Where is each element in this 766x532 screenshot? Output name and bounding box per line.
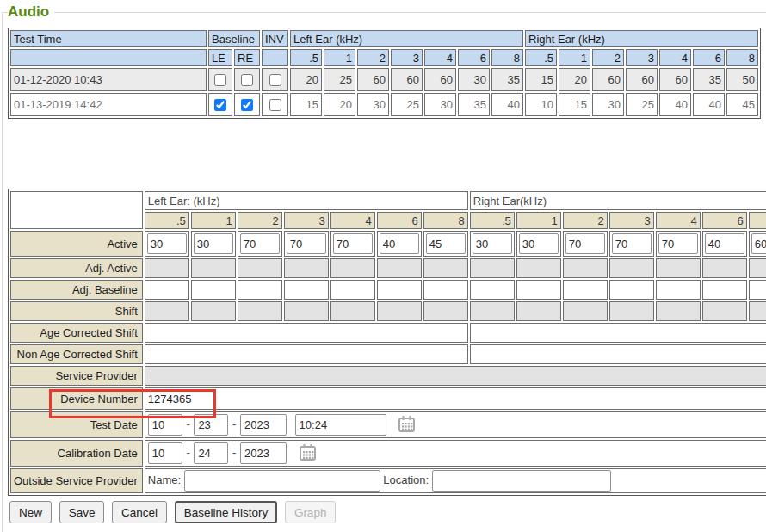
row-label-test-date: Test Date: [10, 411, 143, 438]
freq-header: 3: [626, 49, 658, 66]
col-header-le: LE: [208, 49, 232, 66]
inv-cell: [262, 93, 288, 116]
test-time-cell[interactable]: 01-13-2019 14:42: [10, 93, 207, 116]
threshold-cell: 60: [391, 68, 423, 91]
cancel-button[interactable]: Cancel: [112, 501, 167, 523]
row-label-outside-service-provider: Outside Service Provider: [10, 468, 143, 493]
active-threshold-input[interactable]: [380, 233, 419, 254]
freq-header: 8: [423, 212, 468, 229]
inv-checkbox[interactable]: [269, 99, 281, 111]
active-threshold-input[interactable]: [658, 233, 698, 254]
threshold-cell: 15: [559, 93, 590, 116]
inv-checkbox[interactable]: [269, 74, 281, 86]
freq-header: 4: [659, 49, 691, 66]
osp-location-input[interactable]: [432, 470, 611, 492]
threshold-cell: 25: [324, 68, 355, 91]
row-label-non-age-corrected-shift: Non Age Corrected Shift: [10, 344, 143, 364]
test-date-year-input[interactable]: [240, 414, 287, 436]
active-threshold-input[interactable]: [705, 233, 744, 254]
service-provider-cell: [145, 366, 766, 386]
history-row: 01-13-2019 14:42 15 20 30 25 30 35 40 10…: [10, 93, 758, 116]
freq-header: 3: [609, 212, 654, 229]
adj-active-cell: [145, 258, 189, 278]
left-ear-header: Left Ear: (kHz): [145, 191, 468, 210]
col-header-baseline: Baseline: [208, 30, 260, 47]
section-title: Audio: [8, 3, 54, 21]
row-label-active: Active: [10, 231, 143, 257]
active-threshold-input[interactable]: [147, 233, 187, 254]
calendar-icon[interactable]: [299, 443, 317, 464]
save-button[interactable]: Save: [59, 501, 105, 523]
threshold-cell: 25: [391, 93, 423, 116]
row-label-service-provider: Service Provider: [10, 366, 143, 386]
freq-header: 8: [749, 212, 766, 229]
freq-header: 2: [592, 49, 624, 66]
age-corrected-left-cell: [145, 323, 468, 343]
graph-button: Graph: [285, 501, 337, 523]
device-number-value[interactable]: 1274365: [145, 387, 766, 410]
threshold-cell: 15: [290, 93, 322, 116]
date-separator: -: [186, 446, 189, 459]
active-threshold-input[interactable]: [751, 233, 766, 254]
freq-header: 3: [391, 49, 423, 66]
baseline-le-checkbox[interactable]: [214, 74, 226, 86]
freq-header: 8: [491, 49, 523, 66]
freq-header: 8: [726, 49, 758, 66]
col-header-left-ear: Left Ear (kHz): [290, 30, 523, 47]
new-button[interactable]: New: [9, 501, 52, 523]
active-threshold-input[interactable]: [287, 233, 326, 254]
active-threshold-input[interactable]: [426, 233, 466, 254]
threshold-cell: 60: [659, 68, 691, 91]
audiogram-history-table: Test Time Baseline INV Left Ear (kHz) Ri…: [8, 28, 761, 119]
freq-header: .5: [145, 212, 189, 229]
test-date-day-input[interactable]: [194, 414, 228, 436]
threshold-cell: 10: [525, 93, 557, 116]
test-time-cell[interactable]: 01-12-2020 10:43: [10, 68, 207, 91]
threshold-cell: 60: [626, 68, 658, 91]
date-separator: -: [232, 418, 236, 430]
threshold-cell: 20: [559, 68, 590, 91]
freq-header: 4: [330, 212, 375, 229]
active-threshold-input[interactable]: [612, 233, 652, 254]
threshold-cell: 30: [424, 93, 456, 116]
calibration-month-input[interactable]: [148, 442, 182, 464]
threshold-cell: 35: [693, 68, 725, 91]
threshold-cell: 60: [357, 68, 389, 91]
non-age-corrected-left-cell: [145, 344, 468, 364]
date-separator: -: [232, 446, 236, 459]
freq-header: 6: [702, 212, 747, 229]
test-time-input[interactable]: [295, 414, 386, 436]
active-threshold-input[interactable]: [519, 233, 559, 254]
row-label-adj-active: Adj. Active: [10, 258, 143, 278]
freq-header: 6: [377, 212, 422, 229]
calendar-icon[interactable]: [398, 415, 416, 436]
right-ear-header: Right Ear(kHz): [470, 191, 766, 210]
test-date-month-input[interactable]: [148, 414, 182, 436]
active-threshold-input[interactable]: [240, 233, 280, 254]
threshold-cell: 15: [525, 68, 557, 91]
active-threshold-input[interactable]: [473, 233, 512, 254]
baseline-re-checkbox[interactable]: [241, 74, 253, 86]
freq-header: .5: [525, 49, 557, 66]
shift-cell: [145, 301, 189, 321]
baseline-le-checkbox[interactable]: [214, 99, 226, 111]
outside-service-provider-cell: Name: Location:: [145, 468, 766, 493]
osp-location-label: Location:: [383, 473, 429, 486]
baseline-re-checkbox[interactable]: [241, 99, 253, 111]
calibration-day-input[interactable]: [194, 442, 228, 464]
col-header-test-time: Test Time: [10, 30, 207, 47]
threshold-cell: 30: [592, 93, 624, 116]
calibration-year-input[interactable]: [240, 442, 287, 464]
threshold-cell: 30: [357, 93, 389, 116]
col-header-re: RE: [234, 49, 260, 66]
osp-name-input[interactable]: [184, 470, 380, 492]
col-header-inv-blank: [262, 49, 288, 66]
threshold-cell: 60: [592, 68, 624, 91]
threshold-cell: 45: [726, 93, 758, 116]
baseline-history-button[interactable]: Baseline History: [175, 501, 278, 523]
row-label-adj-baseline: Adj. Baseline: [10, 280, 143, 300]
active-threshold-input[interactable]: [565, 233, 605, 254]
freq-header: 1: [516, 212, 561, 229]
active-threshold-input[interactable]: [333, 233, 373, 254]
active-threshold-input[interactable]: [194, 233, 233, 254]
